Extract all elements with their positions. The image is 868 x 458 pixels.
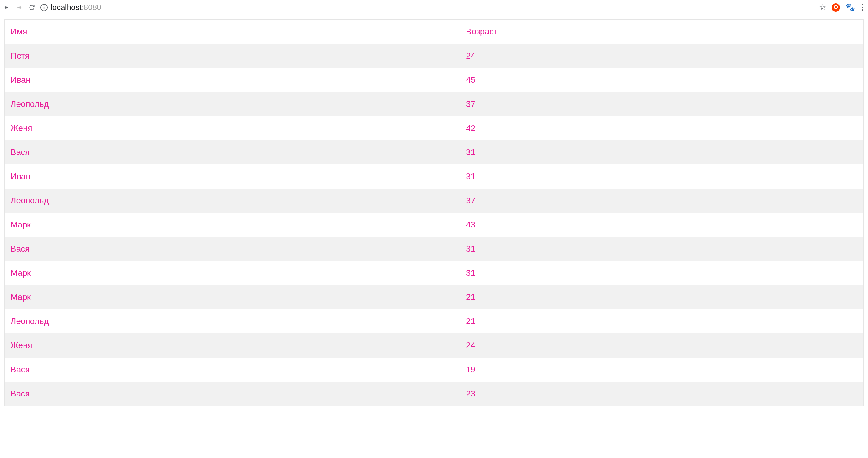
reload-button[interactable] xyxy=(29,4,35,10)
cell-name: Вася xyxy=(4,358,460,381)
bookmark-star-icon[interactable]: ☆ xyxy=(819,3,826,12)
forward-button[interactable] xyxy=(16,4,22,10)
cell-name: Иван xyxy=(4,68,460,92)
back-button[interactable] xyxy=(4,4,10,10)
table-body: Петя24Иван45Леопольд37Женя42Вася31Иван31… xyxy=(4,44,864,406)
cell-age: 21 xyxy=(460,309,864,333)
table-row: Женя24 xyxy=(4,333,864,358)
table-row: Иван31 xyxy=(4,164,864,189)
table-row: Леопольд37 xyxy=(4,189,864,213)
cell-age: 45 xyxy=(460,68,864,92)
page-content: Имя Возраст Петя24Иван45Леопольд37Женя42… xyxy=(0,15,868,410)
cell-age: 21 xyxy=(460,285,864,309)
cell-name: Вася xyxy=(4,237,460,261)
cell-name: Вася xyxy=(4,381,460,406)
cell-age: 19 xyxy=(460,358,864,381)
cell-name: Леопольд xyxy=(4,92,460,116)
extension-opera-icon[interactable]: O xyxy=(832,3,840,12)
cell-name: Вася xyxy=(4,140,460,164)
column-header-age: Возраст xyxy=(460,20,864,44)
extension-paw-icon[interactable]: 🐾 xyxy=(845,3,855,12)
table-row: Вася31 xyxy=(4,140,864,164)
cell-age: 23 xyxy=(460,381,864,406)
browser-toolbar: i localhost:8080 ☆ O 🐾 xyxy=(0,0,868,15)
table-row: Иван45 xyxy=(4,68,864,92)
cell-age: 31 xyxy=(460,164,864,189)
cell-name: Марк xyxy=(4,285,460,309)
table-header-row: Имя Возраст xyxy=(4,20,864,44)
cell-age: 37 xyxy=(460,92,864,116)
cell-name: Марк xyxy=(4,261,460,285)
cell-name: Женя xyxy=(4,116,460,140)
cell-age: 43 xyxy=(460,213,864,237)
url-host: localhost xyxy=(51,3,82,12)
table-row: Марк21 xyxy=(4,285,864,309)
site-info-icon[interactable]: i xyxy=(40,4,48,11)
table-row: Вася31 xyxy=(4,237,864,261)
data-table: Имя Возраст Петя24Иван45Леопольд37Женя42… xyxy=(4,19,864,406)
cell-name: Леопольд xyxy=(4,309,460,333)
kebab-menu-icon[interactable] xyxy=(861,3,864,12)
table-row: Марк43 xyxy=(4,213,864,237)
toolbar-right: ☆ O 🐾 xyxy=(819,3,864,12)
nav-buttons xyxy=(4,4,35,10)
cell-age: 24 xyxy=(460,44,864,68)
cell-name: Женя xyxy=(4,333,460,358)
table-row: Вася23 xyxy=(4,381,864,406)
cell-name: Марк xyxy=(4,213,460,237)
cell-name: Иван xyxy=(4,164,460,189)
table-row: Женя42 xyxy=(4,116,864,140)
cell-age: 42 xyxy=(460,116,864,140)
url-display: localhost:8080 xyxy=(51,3,101,12)
column-header-name: Имя xyxy=(4,20,460,44)
table-row: Марк31 xyxy=(4,261,864,285)
cell-age: 37 xyxy=(460,189,864,213)
table-row: Вася19 xyxy=(4,358,864,381)
cell-age: 31 xyxy=(460,140,864,164)
address-bar[interactable]: i localhost:8080 xyxy=(40,3,814,12)
cell-age: 24 xyxy=(460,333,864,358)
cell-age: 31 xyxy=(460,237,864,261)
table-row: Леопольд21 xyxy=(4,309,864,333)
cell-name: Леопольд xyxy=(4,189,460,213)
table-row: Петя24 xyxy=(4,44,864,68)
url-port: :8080 xyxy=(82,3,101,12)
cell-name: Петя xyxy=(4,44,460,68)
cell-age: 31 xyxy=(460,261,864,285)
table-row: Леопольд37 xyxy=(4,92,864,116)
